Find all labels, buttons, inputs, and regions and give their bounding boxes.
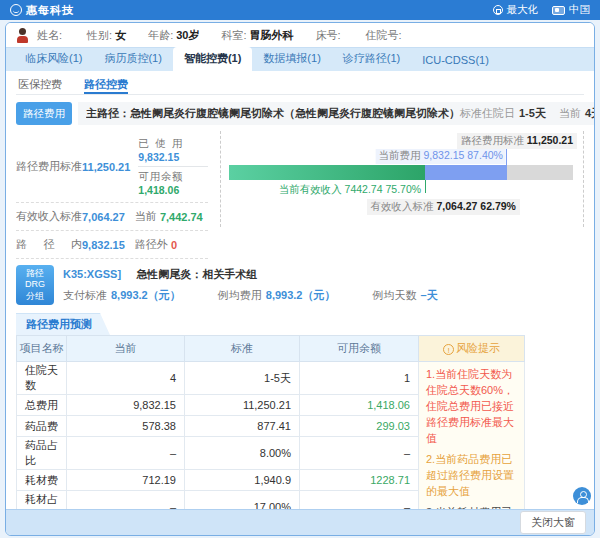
tab-smart-cost-control[interactable]: 智能控费(1) bbox=[173, 47, 252, 71]
current-fee-tick bbox=[506, 149, 507, 180]
maximize-icon bbox=[493, 5, 503, 15]
drg-avg-fee: 例均费用8,993.2（元） bbox=[218, 289, 336, 301]
cost-summary-left: 路径费用标准 11,250.21 已使用 9,832.15 可用余额 1,418… bbox=[16, 131, 208, 259]
tab-record-qc[interactable]: 病历质控(1) bbox=[93, 47, 172, 71]
subtab-insurance-cost[interactable]: 医保控费 bbox=[18, 77, 62, 94]
pathway-strip: 主路径：急性阑尾炎行腹腔镜阑尾切除术（急性阑尾炎行腹腔镜阑尾切除术） 标准住院日… bbox=[78, 102, 594, 125]
region-label: 中国 bbox=[569, 3, 590, 17]
patient-avatar-icon bbox=[16, 28, 29, 43]
main-pathway-text: 主路径：急性阑尾炎行腹腔镜阑尾切除术（急性阑尾炎行腹腔镜阑尾切除术） bbox=[86, 106, 460, 121]
main-tab-bar: 临床风险(1) 病历质控(1) 智能控费(1) 数据填报(1) 诊疗路径(1) … bbox=[6, 47, 594, 71]
logo-text: 惠每科技 bbox=[26, 3, 74, 18]
col-header-risk: !风险提示 bbox=[419, 336, 525, 362]
col-header-balance: 可用余额 bbox=[300, 336, 419, 362]
patient-name-field: 姓名: bbox=[37, 28, 65, 43]
sub-tab-bar: 医保控费 路径控费 bbox=[16, 71, 584, 95]
warning-icon: ! bbox=[443, 344, 454, 355]
risk-item-1: 1.当前住院天数为住院总天数60%，住院总费用已接近路径费用标准最大值 bbox=[426, 367, 517, 447]
col-header-current: 当前 bbox=[67, 336, 185, 362]
pathway-header-row: 路径费用 主路径：急性阑尾炎行腹腔镜阑尾切除术（急性阑尾炎行腹腔镜阑尾切除术） … bbox=[16, 102, 584, 125]
drg-group-name: 急性阑尾炎：相关手术组 bbox=[136, 268, 257, 280]
fee-standard-row: 路径费用标准 11,250.21 已使用 9,832.15 可用余额 1,418… bbox=[16, 131, 208, 203]
cost-progress-chart: 路径费用标准 11,250.21 当前费用 9,832.15 87.40% 当前… bbox=[220, 131, 584, 227]
current-fee-label: 当前费用 9,832.15 87.40% bbox=[376, 149, 506, 164]
risk-item-3: 3.当前耗材费用已接近路径费用设置的最大值 bbox=[426, 505, 517, 510]
logo-icon bbox=[10, 4, 22, 16]
app-header: 惠每科技 最大化 中国 bbox=[0, 0, 600, 20]
table-row: 住院天数 4 1-5天 1 1.当前住院天数为住院总天数60%，住院总费用已接近… bbox=[17, 362, 525, 395]
col-header-standard: 标准 bbox=[185, 336, 300, 362]
patient-dept-field: 科室: 胃肠外科 bbox=[221, 28, 293, 43]
main-window: 姓名: 性别: 女 年龄: 30岁 科室: 胃肠外科 床号: 住院号: 临床风险… bbox=[5, 22, 595, 536]
drg-pay-standard: 支付标准8,993.2（元） bbox=[63, 289, 181, 301]
region-selector[interactable]: 中国 bbox=[552, 3, 590, 17]
income-standard-label: 有效收入标准 7,064.27 62.79% bbox=[367, 199, 520, 215]
drg-badge: 路径 DRG 分组 bbox=[16, 265, 54, 305]
content-area: 医保控费 路径控费 路径费用 主路径：急性阑尾炎行腹腔镜阑尾切除术（急性阑尾炎行… bbox=[6, 71, 594, 509]
col-header-item: 项目名称 bbox=[17, 336, 67, 362]
close-window-button[interactable]: 关闭大窗 bbox=[520, 511, 586, 534]
patient-age-field: 年龄: 30岁 bbox=[148, 28, 199, 43]
forecast-section-title: 路径费用预测 bbox=[16, 313, 110, 335]
current-income-tick bbox=[425, 180, 426, 193]
drg-info: K35:XGSS] 急性阑尾炎：相关手术组 支付标准8,993.2（元） 例均费… bbox=[63, 265, 472, 305]
patient-admission-field: 住院号: bbox=[366, 28, 405, 43]
drg-avg-days: 例均天数–天 bbox=[373, 289, 438, 301]
risk-item-2: 2.当前药品费用已超过路径费用设置的最大值 bbox=[426, 452, 517, 500]
patient-bed-field: 床号: bbox=[316, 28, 344, 43]
maximize-button[interactable]: 最大化 bbox=[493, 3, 539, 17]
risk-hint-cell: 1.当前住院天数为住院总天数60%，住院总费用已接近路径费用标准最大值 2.当前… bbox=[419, 362, 525, 510]
tab-clinical-risk[interactable]: 临床风险(1) bbox=[14, 47, 93, 71]
app-logo: 惠每科技 bbox=[10, 3, 74, 18]
forecast-table: 项目名称 当前 标准 可用余额 !风险提示 住院天数 4 1-5天 1 1.当前… bbox=[16, 335, 525, 509]
patient-gender-field: 性别: 女 bbox=[87, 28, 126, 43]
used-balance-stack: 已使用 9,832.15 可用余额 1,418.06 bbox=[138, 137, 208, 196]
flag-icon bbox=[552, 6, 565, 15]
assistant-float-button[interactable] bbox=[573, 487, 591, 505]
subtab-pathway-cost[interactable]: 路径控费 bbox=[84, 77, 128, 94]
drg-code: K35:XGSS] bbox=[63, 268, 121, 280]
cost-summary-section: 路径费用标准 11,250.21 已使用 9,832.15 可用余额 1,418… bbox=[16, 131, 584, 259]
forecast-header-row: 项目名称 当前 标准 可用余额 !风险提示 bbox=[17, 336, 525, 362]
pathway-fee-badge: 路径费用 bbox=[16, 102, 72, 125]
tab-icu-cdss[interactable]: ICU-CDSS(1) bbox=[411, 50, 500, 71]
in-out-path-row: 路径内 9,832.15 路径外 0 bbox=[16, 231, 208, 259]
tab-data-report[interactable]: 数据填报(1) bbox=[252, 47, 331, 71]
income-standard-row: 有效收入标准 7,064.27 当前 7,442.74 bbox=[16, 203, 208, 231]
current-income-label: 当前有效收入 7442.74 75.70% bbox=[279, 183, 425, 197]
patient-info-bar: 姓名: 性别: 女 年龄: 30岁 科室: 胃肠外科 床号: 住院号: bbox=[6, 23, 594, 47]
maximize-label: 最大化 bbox=[507, 3, 539, 17]
drg-section: 路径 DRG 分组 K35:XGSS] 急性阑尾炎：相关手术组 支付标准8,99… bbox=[16, 265, 584, 305]
tab-clinical-pathway[interactable]: 诊疗路径(1) bbox=[332, 47, 411, 71]
window-footer: 关闭大窗 bbox=[6, 509, 594, 535]
stay-days-info: 标准住院日1-5天 当前4天 bbox=[460, 106, 594, 121]
